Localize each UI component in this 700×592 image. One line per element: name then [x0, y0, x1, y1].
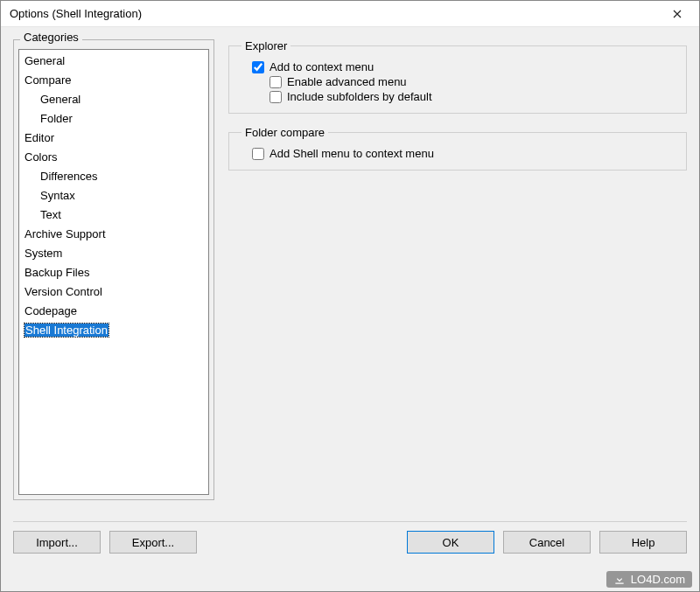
close-icon: [673, 10, 682, 18]
cancel-button[interactable]: Cancel: [503, 531, 591, 554]
options-window: Options (Shell Integration) Categories G…: [0, 0, 700, 592]
tree-item-label: Folder: [40, 112, 73, 125]
enable-advanced-checkbox[interactable]: [270, 76, 282, 88]
window-title: Options (Shell Integration): [10, 7, 142, 20]
tree-item[interactable]: Syntax: [19, 186, 208, 205]
tree-item-label: System: [24, 247, 62, 260]
import-button[interactable]: Import...: [13, 531, 101, 554]
settings-panel: Explorer Add to context menu Enable adva…: [228, 38, 687, 500]
export-button[interactable]: Export...: [109, 531, 197, 554]
tree-item[interactable]: General: [19, 90, 208, 109]
add-context-menu-checkbox[interactable]: [252, 61, 264, 73]
enable-advanced-row[interactable]: Enable advanced menu: [270, 74, 676, 89]
include-subfolders-label: Include subfolders by default: [287, 90, 432, 103]
explorer-legend: Explorer: [242, 39, 290, 52]
tree-item-label: Colors: [24, 150, 58, 164]
tree-item-label: General: [40, 93, 80, 106]
tree-item[interactable]: Version Control: [19, 282, 208, 302]
close-button[interactable]: [662, 3, 692, 24]
tree-item-label: Archive Support: [24, 227, 106, 240]
tree-item[interactable]: Editor: [19, 129, 208, 148]
tree-item[interactable]: Backup Files: [19, 263, 208, 282]
tree-item-label: Codepage: [24, 304, 77, 317]
explorer-group: Explorer Add to context menu Enable adva…: [228, 39, 687, 114]
tree-item[interactable]: Differences: [19, 167, 208, 186]
categories-tree[interactable]: GeneralCompareGeneralFolderEditorColorsD…: [18, 49, 209, 495]
categories-group: Categories GeneralCompareGeneralFolderEd…: [13, 38, 214, 500]
add-context-menu-row[interactable]: Add to context menu: [252, 59, 676, 74]
ok-button[interactable]: OK: [407, 531, 494, 554]
tree-item[interactable]: Text: [19, 205, 208, 225]
tree-item-label: Differences: [40, 170, 98, 183]
tree-item-label: Backup Files: [24, 266, 89, 279]
include-subfolders-row[interactable]: Include subfolders by default: [270, 89, 676, 104]
tree-item-label: General: [24, 54, 65, 67]
tree-item-label: Editor: [24, 131, 54, 144]
help-button[interactable]: Help: [599, 531, 687, 554]
add-shell-menu-checkbox[interactable]: [252, 148, 264, 160]
tree-item[interactable]: Colors: [19, 148, 208, 167]
add-context-menu-label: Add to context menu: [270, 60, 374, 73]
tree-item[interactable]: Codepage: [19, 302, 208, 321]
tree-item[interactable]: Folder: [19, 109, 208, 129]
tree-item[interactable]: System: [19, 244, 208, 263]
tree-item[interactable]: General: [19, 52, 208, 71]
add-shell-menu-label: Add Shell menu to context menu: [270, 147, 434, 160]
include-subfolders-checkbox[interactable]: [270, 91, 282, 103]
tree-item-label: Compare: [24, 73, 71, 87]
tree-item-label: Shell Integration: [24, 324, 108, 337]
folder-compare-group: Folder compare Add Shell menu to context…: [228, 126, 687, 171]
tree-item-label: Version Control: [24, 285, 102, 298]
button-row: Import... Export... OK Cancel Help: [13, 531, 687, 554]
tree-item[interactable]: Compare: [19, 71, 208, 90]
tree-item[interactable]: Shell Integration: [19, 321, 208, 340]
tree-item[interactable]: Archive Support: [19, 225, 208, 244]
titlebar: Options (Shell Integration): [1, 1, 699, 27]
folder-compare-legend: Folder compare: [242, 126, 328, 139]
categories-label: Categories: [20, 31, 82, 44]
client-area: Categories GeneralCompareGeneralFolderEd…: [1, 27, 699, 591]
enable-advanced-label: Enable advanced menu: [287, 75, 407, 88]
tree-item-label: Syntax: [40, 189, 75, 202]
divider: [13, 521, 687, 522]
add-shell-menu-row[interactable]: Add Shell menu to context menu: [252, 146, 676, 161]
tree-item-label: Text: [40, 208, 61, 221]
